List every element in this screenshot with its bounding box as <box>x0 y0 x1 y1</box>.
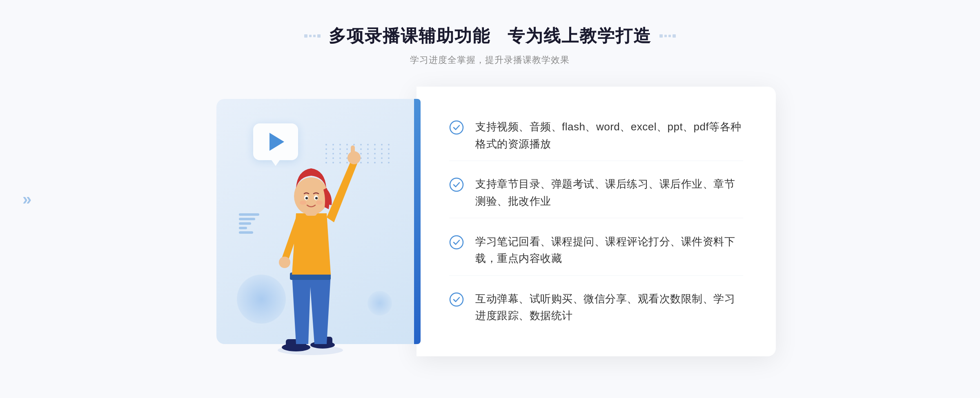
svg-point-18 <box>450 178 463 191</box>
feature-text-1: 支持视频、音频、flash、word、excel、ppt、pdf等各种格式的资源… <box>475 119 743 152</box>
main-content: 支持视频、音频、flash、word、excel、ppt、pdf等各种格式的资源… <box>204 87 776 356</box>
svg-point-20 <box>450 293 463 306</box>
feature-item-1: 支持视频、音频、flash、word、excel、ppt、pdf等各种格式的资源… <box>449 110 743 161</box>
check-icon-4 <box>449 292 464 307</box>
feature-item-4: 互动弹幕、试听购买、微信分享、观看次数限制、学习进度跟踪、数据统计 <box>449 282 743 333</box>
check-icon-1 <box>449 120 464 135</box>
title-decoration-left <box>304 34 321 38</box>
blue-vertical-bar <box>414 99 421 344</box>
svg-point-13 <box>305 197 308 199</box>
title-part1: 多项录播课辅助功能 <box>329 26 490 45</box>
svg-point-10 <box>294 177 328 215</box>
feature-text-3: 学习笔记回看、课程提问、课程评论打分、课件资料下载，重点内容收藏 <box>475 233 743 267</box>
feature-text-4: 互动弹幕、试听购买、微信分享、观看次数限制、学习进度跟踪、数据统计 <box>475 291 743 324</box>
svg-point-8 <box>279 257 290 268</box>
title-decoration-right <box>659 34 676 38</box>
svg-rect-7 <box>351 145 355 158</box>
page-container: » 多项录播课辅助功能 专为线上教学打造 学习进度全掌握，提升录播课教学效果 <box>0 0 980 398</box>
illustration-area <box>204 87 416 356</box>
feature-item-2: 支持章节目录、弹题考试、课后练习、课后作业、章节测验、批改作业 <box>449 168 743 218</box>
page-title: 多项录播课辅助功能 专为线上教学打造 <box>329 25 651 47</box>
svg-point-14 <box>315 197 318 199</box>
svg-point-16 <box>316 201 323 205</box>
person-illustration <box>233 127 388 356</box>
svg-point-19 <box>450 236 463 249</box>
check-icon-2 <box>449 177 464 192</box>
title-row: 多项录播课辅助功能 专为线上教学打造 <box>304 25 675 47</box>
header-section: 多项录播课辅助功能 专为线上教学打造 学习进度全掌握，提升录播课教学效果 <box>304 25 675 66</box>
svg-point-15 <box>300 201 306 205</box>
check-icon-3 <box>449 235 464 250</box>
features-panel: 支持视频、音频、flash、word、excel、ppt、pdf等各种格式的资源… <box>416 87 776 356</box>
title-part2: 专为线上教学打造 <box>508 26 651 45</box>
feature-item-3: 学习笔记回看、课程提问、课程评论打分、课件资料下载，重点内容收藏 <box>449 225 743 276</box>
page-subtitle: 学习进度全掌握，提升录播课教学效果 <box>304 54 675 66</box>
svg-point-17 <box>450 121 463 134</box>
feature-text-2: 支持章节目录、弹题考试、课后练习、课后作业、章节测验、批改作业 <box>475 176 743 210</box>
left-arrow-decoration: » <box>22 190 31 208</box>
